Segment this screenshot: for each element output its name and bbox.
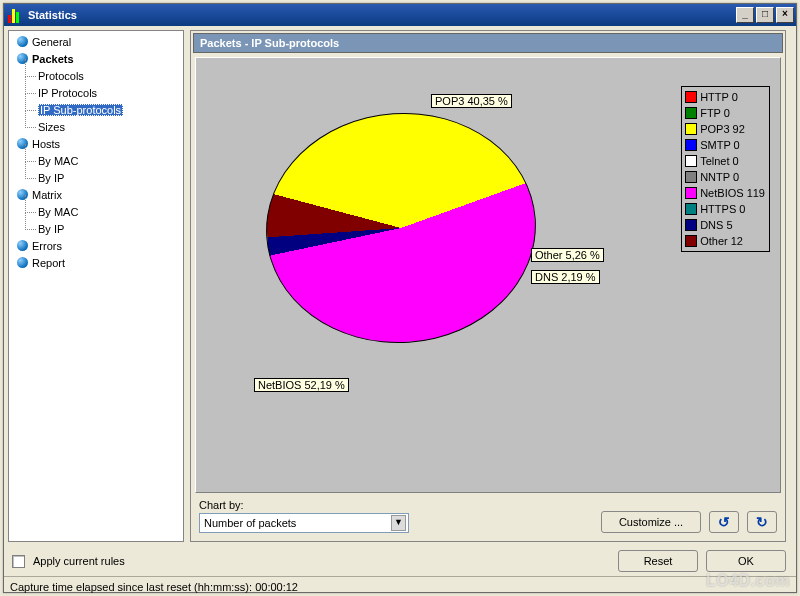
tree-item-matrix-by-ip[interactable]: By IP — [11, 220, 181, 237]
legend-item: Other 12 — [685, 233, 765, 249]
reset-button[interactable]: Reset — [618, 550, 698, 572]
tree-item-hosts[interactable]: Hosts — [11, 135, 181, 152]
tree-item-errors[interactable]: Errors — [11, 237, 181, 254]
swatch-icon — [685, 107, 697, 119]
ok-button[interactable]: OK — [706, 550, 786, 572]
legend-item: Telnet 0 — [685, 153, 765, 169]
swatch-icon — [685, 139, 697, 151]
legend-item: NNTP 0 — [685, 169, 765, 185]
window-title: Statistics — [28, 9, 736, 21]
tree-item-ip-protocols[interactable]: IP Protocols — [11, 84, 181, 101]
customize-button[interactable]: Customize ... — [601, 511, 701, 533]
chartby-select[interactable]: Number of packets ▼ — [199, 513, 409, 533]
swatch-icon — [685, 203, 697, 215]
bullet-icon — [17, 36, 28, 47]
chartby-label: Chart by: — [199, 499, 409, 511]
chartby-value: Number of packets — [204, 517, 296, 529]
dropdown-arrow-icon[interactable]: ▼ — [391, 515, 406, 531]
swatch-icon — [685, 171, 697, 183]
navigation-tree[interactable]: General Packets Protocols IP Protocols I… — [8, 30, 184, 542]
watermark: LO4D.com — [706, 572, 790, 590]
tree-item-hosts-by-mac[interactable]: By MAC — [11, 152, 181, 169]
tree-item-matrix-by-mac[interactable]: By MAC — [11, 203, 181, 220]
titlebar[interactable]: Statistics _ □ × — [4, 4, 796, 26]
content-panel: Packets - IP Sub-protocols POP3 40,35 % … — [190, 30, 786, 542]
pie-chart — [286, 93, 546, 373]
close-button[interactable]: × — [776, 7, 794, 23]
maximize-button[interactable]: □ — [756, 7, 774, 23]
swatch-icon — [685, 91, 697, 103]
tree-item-protocols[interactable]: Protocols — [11, 67, 181, 84]
bullet-icon — [17, 257, 28, 268]
legend-item: HTTPS 0 — [685, 201, 765, 217]
status-bar: Capture time elapsed since last reset (h… — [4, 576, 796, 596]
panel-title: Packets - IP Sub-protocols — [193, 33, 783, 53]
swatch-icon — [685, 155, 697, 167]
legend-item: POP3 92 — [685, 121, 765, 137]
swatch-icon — [685, 235, 697, 247]
legend-item: SMTP 0 — [685, 137, 765, 153]
chart-legend: HTTP 0 FTP 0 POP3 92 SMTP 0 Telnet 0 NNT… — [681, 86, 770, 252]
apply-rules-checkbox[interactable] — [12, 555, 25, 568]
chart-canvas: POP3 40,35 % Other 5,26 % DNS 2,19 % Net… — [195, 57, 781, 493]
tree-item-hosts-by-ip[interactable]: By IP — [11, 169, 181, 186]
tree-item-ip-sub-protocols[interactable]: IP Sub-protocols — [11, 101, 181, 118]
legend-item: FTP 0 — [685, 105, 765, 121]
slice-label-pop3: POP3 40,35 % — [431, 94, 512, 108]
slice-label-other: Other 5,26 % — [531, 248, 604, 262]
tree-item-matrix[interactable]: Matrix — [11, 186, 181, 203]
tree-item-report[interactable]: Report — [11, 254, 181, 271]
tree-item-sizes[interactable]: Sizes — [11, 118, 181, 135]
rotate-left-button[interactable]: ↺ — [709, 511, 739, 533]
apply-rules-label: Apply current rules — [33, 555, 125, 567]
slice-label-dns: DNS 2,19 % — [531, 270, 600, 284]
legend-item: HTTP 0 — [685, 89, 765, 105]
minimize-button[interactable]: _ — [736, 7, 754, 23]
swatch-icon — [685, 123, 697, 135]
slice-label-netbios: NetBIOS 52,19 % — [254, 378, 349, 392]
tree-item-packets[interactable]: Packets — [11, 50, 181, 67]
tree-item-general[interactable]: General — [11, 33, 181, 50]
statistics-window: Statistics _ □ × General Packets Protoco… — [3, 3, 797, 593]
app-icon — [8, 7, 24, 23]
legend-item: DNS 5 — [685, 217, 765, 233]
swatch-icon — [685, 219, 697, 231]
rotate-right-button[interactable]: ↻ — [747, 511, 777, 533]
legend-item: NetBIOS 119 — [685, 185, 765, 201]
swatch-icon — [685, 187, 697, 199]
bullet-icon — [17, 240, 28, 251]
